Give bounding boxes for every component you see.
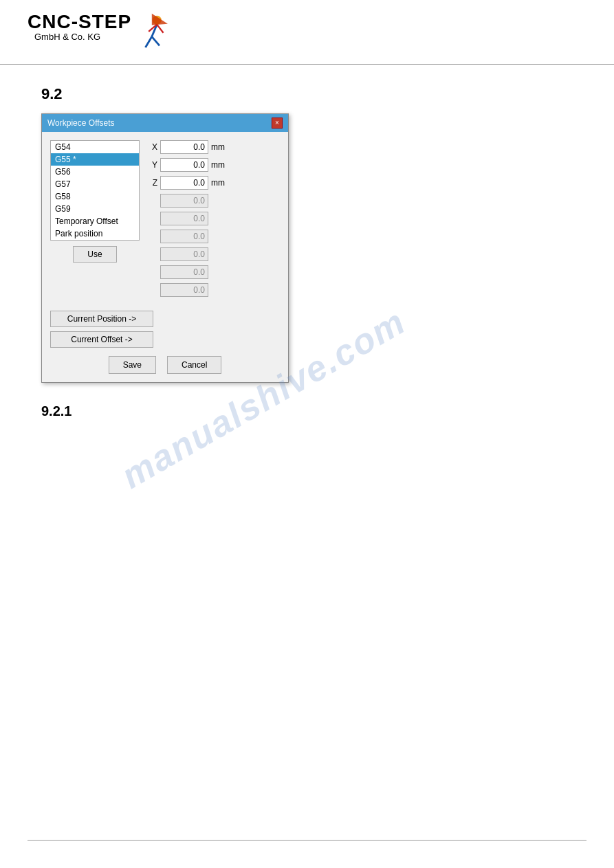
logo-subtitle-text: GmbH & Co. KG xyxy=(34,32,131,42)
disabled-input-1 xyxy=(160,194,208,208)
list-item-temporary[interactable]: Temporary Offset xyxy=(51,215,139,227)
list-item-G56[interactable]: G56 xyxy=(51,166,139,178)
list-item-G55[interactable]: G55 * xyxy=(51,153,139,166)
logo-figure-icon xyxy=(131,12,169,57)
dialog-body: G54 G55 * G56 G57 G58 G59 Temporary Offs… xyxy=(42,132,288,305)
save-cancel-row: Save Cancel xyxy=(50,356,280,374)
current-position-button[interactable]: Current Position -> xyxy=(50,311,153,327)
field-row-z: Z mm xyxy=(148,176,280,190)
svg-line-5 xyxy=(157,25,163,33)
dialog-title: Workpiece Offsets xyxy=(47,118,115,128)
disabled-input-4 xyxy=(160,247,208,261)
offset-listbox[interactable]: G54 G55 * G56 G57 G58 G59 Temporary Offs… xyxy=(50,140,140,241)
y-unit: mm xyxy=(211,160,226,170)
y-label: Y xyxy=(148,160,157,170)
logo-cnc-text: CNC-STEP xyxy=(28,12,131,32)
field-row-d4 xyxy=(148,247,280,261)
svg-marker-6 xyxy=(152,14,168,25)
logo-text: CNC-STEP GmbH & Co. KG xyxy=(28,12,131,42)
dialog-close-button[interactable]: × xyxy=(272,118,283,129)
field-row-d1 xyxy=(148,194,280,208)
x-unit: mm xyxy=(211,142,226,152)
section-921-label: 9.2.1 xyxy=(41,403,72,419)
use-button[interactable]: Use xyxy=(73,246,116,263)
z-input[interactable] xyxy=(160,176,208,190)
section-92-label: 9.2 xyxy=(41,85,63,102)
disabled-input-3 xyxy=(160,230,208,243)
workpiece-offsets-dialog: Workpiece Offsets × G54 G55 * G56 G57 G5… xyxy=(41,113,289,383)
field-row-d5 xyxy=(148,265,280,279)
disabled-input-5 xyxy=(160,265,208,279)
field-row-x: X mm xyxy=(148,140,280,154)
cancel-button[interactable]: Cancel xyxy=(167,356,221,374)
list-item-G58[interactable]: G58 xyxy=(51,190,139,203)
dialog-fields-panel: X mm Y mm Z mm xyxy=(148,140,280,297)
header: CNC-STEP GmbH & Co. KG xyxy=(0,0,614,65)
field-row-y: Y mm xyxy=(148,158,280,172)
save-button[interactable]: Save xyxy=(109,356,156,374)
current-buttons-group: Current Position -> Current Offset -> xyxy=(50,311,280,348)
dialog-container: Workpiece Offsets × G54 G55 * G56 G57 G5… xyxy=(0,113,614,383)
section-921-heading: 9.2.1 xyxy=(0,383,614,430)
field-row-d2 xyxy=(148,212,280,225)
field-row-d6 xyxy=(148,283,280,297)
z-label: Z xyxy=(148,178,157,188)
x-label: X xyxy=(148,142,157,152)
y-input[interactable] xyxy=(160,158,208,172)
section-92-heading: 9.2 xyxy=(0,65,614,113)
disabled-input-6 xyxy=(160,283,208,297)
footer-divider xyxy=(28,840,586,841)
disabled-input-2 xyxy=(160,212,208,225)
field-row-d3 xyxy=(148,230,280,243)
x-input[interactable] xyxy=(160,140,208,154)
list-item-G59[interactable]: G59 xyxy=(51,203,139,215)
dialog-bottom: Current Position -> Current Offset -> Sa… xyxy=(42,305,288,382)
list-item-G57[interactable]: G57 xyxy=(51,178,139,190)
svg-line-2 xyxy=(146,36,152,47)
list-item-G54[interactable]: G54 xyxy=(51,141,139,153)
svg-line-3 xyxy=(152,36,160,45)
dialog-list-panel: G54 G55 * G56 G57 G58 G59 Temporary Offs… xyxy=(50,140,140,297)
list-item-park[interactable]: Park position xyxy=(51,227,139,240)
logo-container: CNC-STEP GmbH & Co. KG xyxy=(28,12,169,57)
z-unit: mm xyxy=(211,178,226,188)
dialog-titlebar: Workpiece Offsets × xyxy=(42,114,288,132)
use-btn-container: Use xyxy=(50,246,140,263)
current-offset-button[interactable]: Current Offset -> xyxy=(50,331,153,348)
